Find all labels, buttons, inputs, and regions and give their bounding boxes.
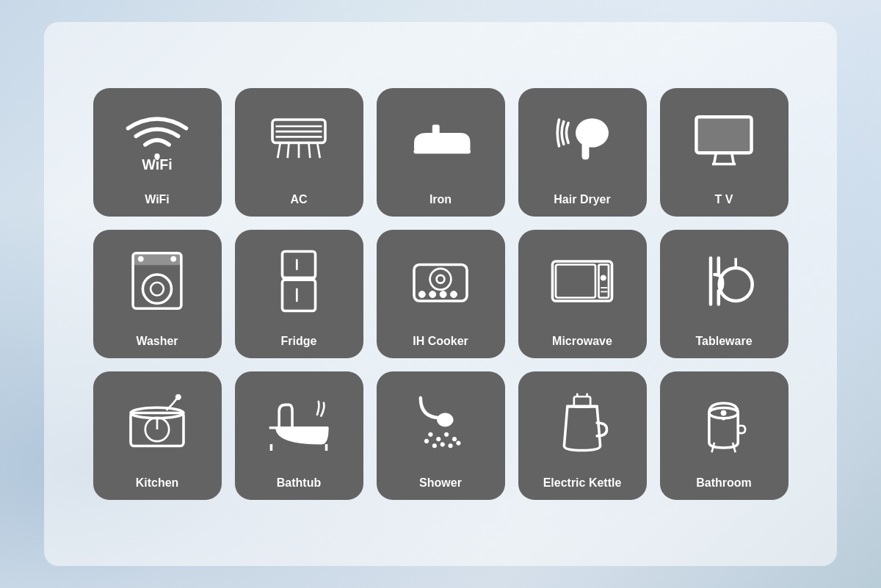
svg-point-62 <box>424 439 428 443</box>
tile-hair-dryer[interactable]: Hair Dryer <box>518 88 647 217</box>
svg-point-59 <box>437 437 440 440</box>
svg-point-24 <box>138 256 143 261</box>
wifi-icon: WiFi <box>93 88 222 190</box>
tile-tableware-label: Tableware <box>695 334 752 348</box>
svg-point-66 <box>457 440 460 444</box>
hair-dryer-icon <box>518 88 647 190</box>
svg-point-64 <box>440 442 444 446</box>
svg-line-41 <box>556 264 595 297</box>
tile-ih-cooker[interactable]: IH Cooker <box>377 230 505 358</box>
fridge-icon <box>235 230 363 332</box>
svg-rect-40 <box>599 264 609 297</box>
microwave-icon <box>518 230 647 332</box>
tile-ac[interactable]: AC <box>235 88 363 217</box>
svg-rect-10 <box>414 149 471 153</box>
ac-icon <box>235 88 363 190</box>
tile-iron-label: Iron <box>429 192 452 206</box>
svg-line-6 <box>288 142 289 158</box>
svg-line-17 <box>714 153 717 164</box>
tile-bathroom-label: Bathroom <box>696 476 752 490</box>
svg-rect-26 <box>283 251 316 277</box>
amenities-grid: WiFi WiFi AC Iron Hair Dryer T V Washer <box>71 66 811 522</box>
tile-tv[interactable]: T V <box>660 88 788 217</box>
svg-point-33 <box>437 275 445 283</box>
tile-tableware[interactable]: Tableware <box>660 230 788 358</box>
svg-point-65 <box>449 443 452 447</box>
tile-fridge-label: Fridge <box>281 334 317 348</box>
tile-microwave-label: Microwave <box>552 334 612 348</box>
tv-icon <box>660 88 788 190</box>
tile-fridge[interactable]: Fridge <box>235 230 363 358</box>
bathroom-icon <box>660 371 788 473</box>
ih-cooker-icon <box>377 230 505 332</box>
tile-hair-dryer-label: Hair Dryer <box>554 192 610 206</box>
svg-point-53 <box>175 394 181 399</box>
tile-washer[interactable]: Washer <box>93 230 222 358</box>
bathtub-icon <box>235 371 363 473</box>
svg-point-23 <box>151 283 164 296</box>
tile-ih-cooker-label: IH Cooker <box>413 334 468 348</box>
washer-icon <box>93 230 222 332</box>
svg-rect-39 <box>556 264 595 297</box>
svg-line-9 <box>317 142 320 158</box>
svg-line-18 <box>732 153 734 164</box>
svg-point-34 <box>418 291 425 297</box>
svg-line-72 <box>711 442 714 451</box>
svg-point-63 <box>432 443 436 447</box>
tile-shower-label: Shower <box>419 476 462 490</box>
svg-point-42 <box>601 275 606 280</box>
electric-kettle-icon <box>518 371 647 473</box>
svg-line-8 <box>309 142 311 158</box>
svg-point-25 <box>171 256 176 261</box>
svg-line-5 <box>278 142 280 158</box>
tile-bathtub[interactable]: Bathtub <box>235 371 363 500</box>
tile-wifi[interactable]: WiFi WiFi <box>93 88 222 217</box>
amenities-panel: WiFi WiFi AC Iron Hair Dryer T V Washer <box>44 22 837 566</box>
tile-bathroom[interactable]: Bathroom <box>660 371 788 500</box>
tile-wifi-label: WiFi <box>145 192 170 206</box>
tile-electric-kettle[interactable]: Electric Kettle <box>518 371 647 500</box>
svg-point-57 <box>437 413 453 426</box>
svg-point-12 <box>576 118 609 148</box>
tile-electric-kettle-label: Electric Kettle <box>543 476 622 490</box>
tile-iron[interactable]: Iron <box>377 88 505 217</box>
iron-icon <box>377 88 505 190</box>
kitchen-icon <box>93 371 222 473</box>
svg-point-36 <box>440 291 446 297</box>
shower-icon <box>377 371 505 473</box>
svg-line-73 <box>733 442 736 451</box>
svg-point-22 <box>142 275 171 303</box>
svg-point-35 <box>429 291 436 297</box>
tile-kitchen-label: Kitchen <box>136 476 179 490</box>
tile-ac-label: AC <box>290 192 307 206</box>
svg-point-60 <box>444 432 448 436</box>
tile-tv-label: T V <box>715 192 733 206</box>
svg-point-32 <box>430 268 452 289</box>
tableware-icon <box>660 230 788 332</box>
tile-microwave[interactable]: Microwave <box>518 230 647 358</box>
svg-point-74 <box>721 410 726 415</box>
svg-text:WiFi: WiFi <box>142 156 173 173</box>
tile-kitchen[interactable]: Kitchen <box>93 371 222 500</box>
svg-rect-38 <box>553 261 612 301</box>
tile-washer-label: Washer <box>136 334 178 348</box>
svg-point-47 <box>719 268 753 301</box>
svg-rect-16 <box>696 117 751 153</box>
svg-point-61 <box>452 437 456 440</box>
svg-rect-13 <box>582 139 589 159</box>
svg-point-37 <box>451 291 457 297</box>
tile-shower[interactable]: Shower <box>377 371 505 500</box>
svg-rect-27 <box>283 280 316 311</box>
svg-point-58 <box>429 432 432 436</box>
svg-rect-11 <box>432 125 439 134</box>
tile-bathtub-label: Bathtub <box>277 476 321 490</box>
